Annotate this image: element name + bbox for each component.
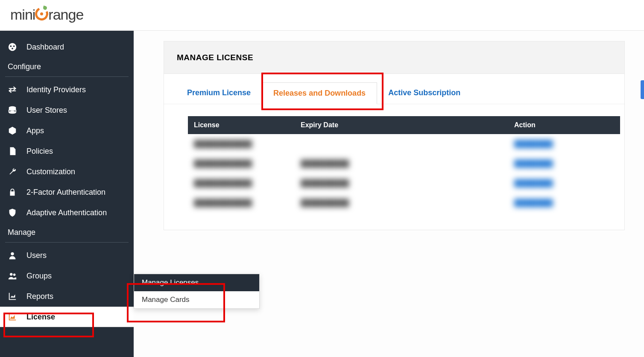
action-link[interactable]: ████████ xyxy=(514,140,553,147)
nav-identity-providers[interactable]: Identity Providers xyxy=(0,79,134,100)
nav-user-stores[interactable]: User Stores xyxy=(0,100,134,120)
license-cell: ████████████ xyxy=(194,160,252,167)
nav-users[interactable]: Users xyxy=(0,245,134,266)
col-action: Action xyxy=(508,116,620,134)
table-row: ████████████ ██████████ ████████ xyxy=(188,173,620,193)
nav-label: Dashboard xyxy=(26,43,64,52)
table-row: ████████████ ██████████ ████████ xyxy=(188,193,620,213)
svg-point-5 xyxy=(9,111,16,114)
col-expiry: Expiry Date xyxy=(295,116,508,134)
svg-point-7 xyxy=(10,273,12,275)
nav-policies[interactable]: Policies xyxy=(0,141,134,161)
expiry-cell: ██████████ xyxy=(301,179,349,187)
svg-point-6 xyxy=(11,252,14,255)
card-header: MANAGE LICENSE xyxy=(164,41,624,74)
table-row: ████████████ ██████████ ████████ xyxy=(188,154,620,173)
sidebar: Dashboard Configure Identity Providers U… xyxy=(0,31,134,357)
nav-apps[interactable]: Apps xyxy=(0,120,134,141)
app-header: minirange xyxy=(0,0,644,31)
license-submenu: Manage Licenses Manage Cards xyxy=(134,274,260,309)
brand-o-icon xyxy=(35,7,48,24)
dashboard-icon xyxy=(8,42,17,52)
chart-icon xyxy=(8,292,17,301)
tab-active-subscription[interactable]: Active Subscription xyxy=(377,82,471,104)
action-link[interactable]: ████████ xyxy=(514,160,553,167)
col-license: License xyxy=(188,116,295,134)
users-icon xyxy=(8,271,17,281)
swap-icon xyxy=(8,85,17,94)
tab-bar: Premium License Releases and Downloads A… xyxy=(164,74,624,104)
nav-label: License xyxy=(26,313,55,322)
nav-group-configure: Configure xyxy=(0,57,134,74)
database-icon xyxy=(8,105,17,115)
table-row: ████████████ ████████ xyxy=(188,134,620,154)
svg-point-3 xyxy=(12,48,13,50)
document-icon xyxy=(8,146,17,156)
area-chart-icon xyxy=(8,312,17,322)
shield-icon xyxy=(8,208,17,217)
brand-logo: minirange xyxy=(10,6,83,24)
nav-license[interactable]: License xyxy=(0,307,134,327)
wrench-icon xyxy=(8,167,17,176)
brand-text-range: range xyxy=(48,6,83,23)
svg-point-8 xyxy=(13,274,16,276)
nav-label: 2-Factor Authentication xyxy=(26,188,105,197)
action-link[interactable]: ████████ xyxy=(514,179,553,187)
expiry-cell: ██████████ xyxy=(301,160,349,167)
nav-groups[interactable]: Groups xyxy=(0,266,134,286)
nav-label: Users xyxy=(26,251,47,260)
nav-group-manage: Manage xyxy=(0,223,134,240)
nav-label: Identity Providers xyxy=(26,85,86,94)
tab-premium-license[interactable]: Premium License xyxy=(176,82,262,104)
license-table-wrap: License Expiry Date Action ████████████ … xyxy=(164,104,624,230)
side-action-button[interactable] xyxy=(641,80,644,99)
lock-icon xyxy=(8,187,17,197)
cube-icon xyxy=(8,126,17,135)
nav-label: Reports xyxy=(26,292,53,301)
user-icon xyxy=(8,251,17,260)
expiry-cell: ██████████ xyxy=(301,199,349,206)
svg-point-2 xyxy=(13,45,15,47)
action-link[interactable]: ████████ xyxy=(514,199,553,206)
svg-point-0 xyxy=(9,43,16,51)
nav-label: User Stores xyxy=(26,106,67,115)
license-cell: ████████████ xyxy=(194,179,252,187)
nav-divider xyxy=(5,76,129,77)
nav-label: Adaptive Authentication xyxy=(26,208,107,217)
nav-divider xyxy=(5,242,129,243)
nav-adaptive-auth[interactable]: Adaptive Authentication xyxy=(0,202,134,223)
license-card: MANAGE LICENSE Premium License Releases … xyxy=(164,41,625,230)
submenu-manage-cards[interactable]: Manage Cards xyxy=(134,291,259,308)
submenu-manage-licenses[interactable]: Manage Licenses xyxy=(134,274,259,291)
nav-label: Customization xyxy=(26,167,75,176)
nav-2fa[interactable]: 2-Factor Authentication xyxy=(0,182,134,202)
nav-label: Apps xyxy=(26,126,44,135)
nav-label: Groups xyxy=(26,272,52,281)
license-cell: ████████████ xyxy=(194,140,252,147)
nav-reports[interactable]: Reports xyxy=(0,286,134,307)
license-cell: ████████████ xyxy=(194,199,252,206)
svg-point-1 xyxy=(10,45,12,47)
nav-dashboard[interactable]: Dashboard xyxy=(0,37,134,57)
brand-text-mini: mini xyxy=(10,6,35,23)
nav-customization[interactable]: Customization xyxy=(0,161,134,182)
page-title: MANAGE LICENSE xyxy=(177,53,253,62)
nav-label: Policies xyxy=(26,147,53,156)
tab-releases-downloads[interactable]: Releases and Downloads xyxy=(262,82,377,104)
license-table: License Expiry Date Action ████████████ … xyxy=(188,116,620,213)
